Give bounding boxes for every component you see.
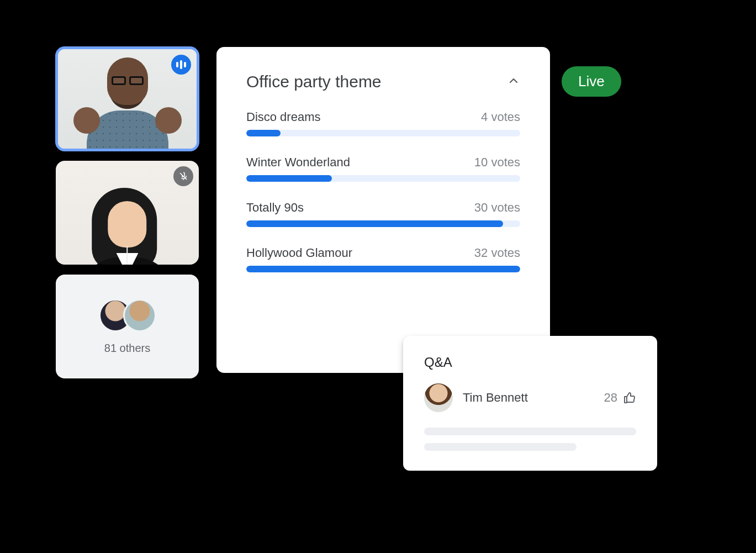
poll-option-label: Disco dreams	[246, 110, 320, 124]
poll-option-votes: 30 votes	[474, 201, 520, 215]
others-label: 81 others	[104, 342, 150, 355]
poll-bar-track	[246, 220, 520, 227]
avatar-stack	[99, 299, 156, 332]
poll-bar-fill	[246, 266, 520, 272]
qa-text-placeholder	[424, 443, 577, 451]
poll-option[interactable]: Winter Wonderland 10 votes	[246, 155, 520, 182]
collapse-poll-button[interactable]	[507, 74, 520, 89]
poll-bar-track	[246, 266, 520, 272]
qa-entry[interactable]: Tim Bennett 28	[424, 383, 636, 412]
poll-option-votes: 10 votes	[474, 155, 520, 170]
qa-upvote-count: 28	[604, 391, 617, 405]
participant-video	[98, 57, 157, 128]
poll-bar-fill	[246, 220, 503, 227]
avatar	[123, 299, 156, 332]
qa-title: Q&A	[424, 355, 636, 370]
poll-option-label: Totally 90s	[246, 201, 304, 215]
poll-option[interactable]: Disco dreams 4 votes	[246, 110, 520, 136]
qa-upvote-button[interactable]: 28	[604, 391, 636, 405]
qa-card: Q&A Tim Bennett 28	[403, 336, 657, 471]
muted-icon	[173, 166, 193, 186]
poll-bar-fill	[246, 175, 332, 182]
speaking-indicator-icon	[171, 55, 191, 75]
poll-option[interactable]: Hollywood Glamour 32 votes	[246, 246, 520, 272]
poll-bar-fill	[246, 130, 281, 136]
poll-bar-track	[246, 130, 520, 136]
thumbs-up-icon	[623, 391, 636, 404]
participant-tile[interactable]	[56, 47, 199, 151]
poll-option-votes: 32 votes	[474, 246, 520, 260]
live-badge: Live	[562, 66, 621, 97]
poll-bar-track	[246, 175, 520, 182]
poll-title: Office party theme	[246, 72, 382, 91]
poll-option-label: Hollywood Glamour	[246, 246, 352, 260]
avatar	[424, 383, 453, 412]
participant-column: 81 others	[56, 47, 199, 378]
qa-text-placeholder	[424, 428, 636, 435]
participant-tile[interactable]	[56, 161, 199, 265]
poll-option-label: Winter Wonderland	[246, 155, 350, 170]
qa-author-name: Tim Bennett	[463, 391, 528, 405]
poll-option-votes: 4 votes	[481, 110, 520, 124]
participant-video	[92, 188, 163, 240]
poll-option[interactable]: Totally 90s 30 votes	[246, 201, 520, 227]
others-tile[interactable]: 81 others	[56, 275, 199, 378]
chevron-up-icon	[507, 74, 520, 87]
poll-card: Office party theme Disco dreams 4 votes …	[216, 47, 550, 373]
